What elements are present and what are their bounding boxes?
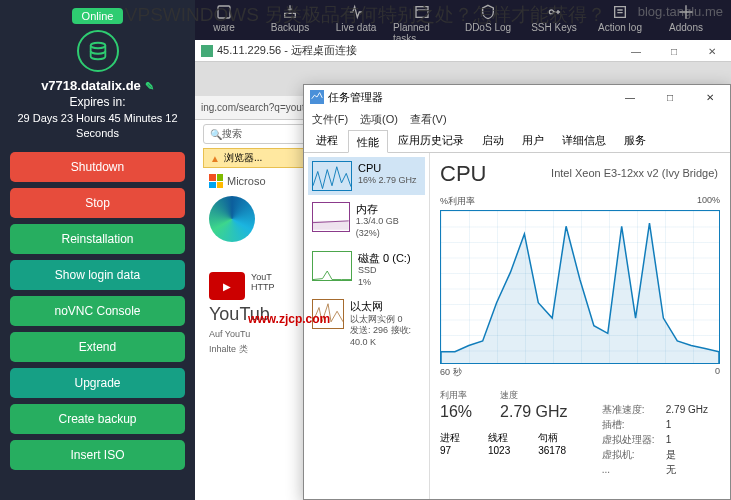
watermark-center: www.zjcp.com: [248, 312, 330, 326]
maximize-icon[interactable]: □: [655, 40, 693, 62]
server-icon: [77, 30, 119, 72]
perf-item-memory[interactable]: 内存1.3/4.0 GB (32%): [308, 198, 425, 244]
watermark-top-right: blog.tanglu.me: [638, 4, 723, 19]
minimize-icon[interactable]: —: [617, 40, 655, 62]
svg-point-3: [90, 43, 105, 49]
backup-button[interactable]: Create backup: [10, 404, 185, 434]
cpu-model: Intel Xeon E3-12xx v2 (Ivy Bridge): [551, 167, 718, 179]
edit-icon[interactable]: ✎: [145, 80, 154, 92]
tab-apphistory[interactable]: 应用历史记录: [390, 129, 472, 152]
tab-processes[interactable]: 进程: [308, 129, 346, 152]
taskmgr-tabs: 进程 性能 应用历史记录 启动 用户 详细信息 服务: [304, 129, 730, 153]
stop-button[interactable]: Stop: [10, 188, 185, 218]
login-data-button[interactable]: Show login data: [10, 260, 185, 290]
menu-view[interactable]: 查看(V): [410, 112, 447, 127]
rdp-titlebar[interactable]: 45.11.229.56 - 远程桌面连接 — □ ✕: [195, 40, 731, 62]
iso-button[interactable]: Insert ISO: [10, 440, 185, 470]
taskmgr-titlebar[interactable]: 任务管理器 — □ ✕: [304, 85, 730, 109]
novnc-button[interactable]: noVNC Console: [10, 296, 185, 326]
svg-rect-5: [313, 221, 349, 230]
status-badge: Online: [72, 8, 124, 24]
ms-squares-icon: [209, 174, 223, 188]
tab-services[interactable]: 服务: [616, 129, 654, 152]
upgrade-button[interactable]: Upgrade: [10, 368, 185, 398]
server-sidebar: Online v7718.datalix.de✎ Expires in: 29 …: [0, 0, 195, 500]
tab-performance[interactable]: 性能: [348, 130, 388, 153]
edge-logo-icon: [209, 196, 255, 242]
close-icon[interactable]: ✕: [693, 40, 731, 62]
yt-label: YouT: [251, 272, 275, 282]
youtube-icon[interactable]: ▶: [209, 272, 245, 300]
warning-icon: ▲: [210, 153, 220, 164]
tab-users[interactable]: 用户: [514, 129, 552, 152]
tm-minimize-icon[interactable]: —: [610, 85, 650, 109]
shutdown-button[interactable]: Shutdown: [10, 152, 185, 182]
taskmgr-menubar[interactable]: 文件(F) 选项(O) 查看(V): [304, 109, 730, 129]
tab-startup[interactable]: 启动: [474, 129, 512, 152]
tm-maximize-icon[interactable]: □: [650, 85, 690, 109]
taskmgr-left-list: CPU16% 2.79 GHz 内存1.3/4.0 GB (32%) 磁盘 0 …: [304, 153, 430, 499]
perf-item-disk[interactable]: 磁盘 0 (C:)SSD1%: [308, 247, 425, 293]
perf-item-cpu[interactable]: CPU16% 2.79 GHz: [308, 157, 425, 195]
taskmgr-right-panel: CPU Intel Xeon E3-12xx v2 (Ivy Bridge) %…: [430, 153, 730, 499]
rdp-icon: [201, 45, 213, 57]
reinstall-button[interactable]: Reinstallation: [10, 224, 185, 254]
cpu-graph: [440, 210, 720, 364]
expires-label: Expires in:: [69, 95, 125, 109]
tm-close-icon[interactable]: ✕: [690, 85, 730, 109]
tab-details[interactable]: 详细信息: [554, 129, 614, 152]
menu-options[interactable]: 选项(O): [360, 112, 398, 127]
server-hostname: v7718.datalix.de✎: [41, 78, 154, 93]
expires-time: 29 Days 23 Hours 45 Minutes 12 Seconds: [10, 111, 185, 142]
taskmgr-icon: [310, 90, 324, 104]
menu-file[interactable]: 文件(F): [312, 112, 348, 127]
extend-button[interactable]: Extend: [10, 332, 185, 362]
task-manager-window[interactable]: 任务管理器 — □ ✕ 文件(F) 选项(O) 查看(V) 进程 性能 应用历史…: [303, 84, 731, 500]
rdp-title-text: 45.11.229.56 - 远程桌面连接: [217, 43, 357, 58]
page-overlay-title: VPSWINDOWS 另类极品有何特别之处？怎样才能获得？: [125, 2, 606, 28]
